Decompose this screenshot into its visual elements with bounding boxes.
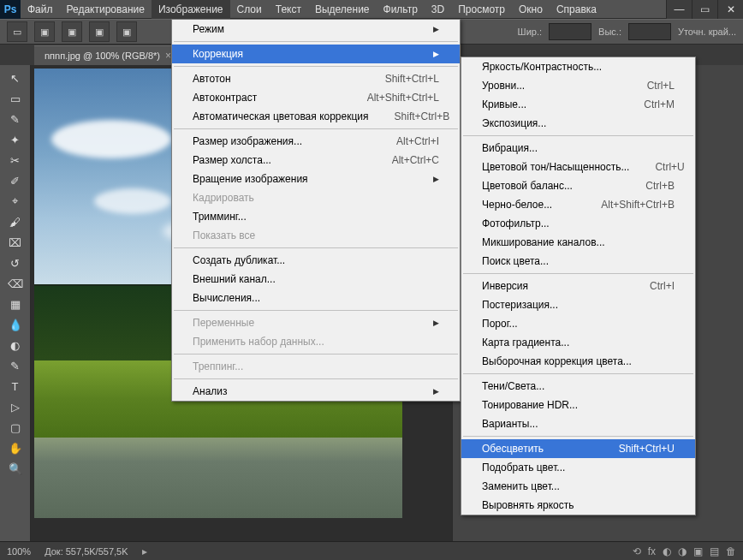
link-icon[interactable]: ⟲ [633, 545, 641, 557]
menu-3d[interactable]: 3D [425, 0, 451, 19]
menu-item[interactable]: Вибрация... [461, 139, 695, 158]
menu-item[interactable]: Вращение изображения [172, 170, 460, 188]
menu-item[interactable]: Экспозиция... [461, 114, 695, 133]
menu-слои[interactable]: Слои [230, 0, 269, 19]
blur-tool-icon[interactable]: 💧 [4, 315, 27, 334]
refine-edge-button[interactable]: Уточн. край... [678, 27, 736, 37]
menu-item[interactable]: Тримминг... [172, 207, 460, 226]
marquee-tool-icon[interactable]: ▭ [7, 21, 27, 42]
menu-item-label: Черно-белое... [482, 199, 552, 211]
selection-mode-icon[interactable]: ▣ [34, 21, 55, 42]
height-input[interactable] [628, 23, 671, 40]
stamp-tool-icon[interactable]: ⌧ [4, 233, 27, 252]
pen-tool-icon[interactable]: ✎ [4, 356, 27, 375]
fx-icon[interactable]: fx [648, 545, 656, 557]
zoom-tool-icon[interactable]: 🔍 [4, 459, 27, 478]
shape-tool-icon[interactable]: ▢ [4, 418, 27, 437]
menu-item-label: Тонирование HDR... [482, 399, 578, 411]
minimize-button[interactable]: — [666, 0, 692, 19]
menu-item[interactable]: Анализ [172, 382, 460, 401]
brush-tool-icon[interactable]: 🖌 [4, 212, 27, 231]
dodge-tool-icon[interactable]: ◐ [4, 336, 27, 354]
menu-item[interactable]: Создать дубликат... [172, 251, 460, 270]
menu-item[interactable]: АвтоконтрастAlt+Shift+Ctrl+L [172, 88, 460, 107]
status-arrow-icon[interactable]: ▸ [142, 545, 147, 557]
selection-mode-add-icon[interactable]: ▣ [62, 21, 82, 42]
lasso-tool-icon[interactable]: ✎ [4, 110, 27, 128]
mask-icon[interactable]: ◐ [663, 545, 671, 557]
new-layer-icon[interactable]: ▤ [710, 545, 719, 557]
menu-item[interactable]: Варианты... [461, 414, 695, 433]
menu-item-label: Размер изображения... [193, 135, 302, 147]
menu-item[interactable]: Выровнять яркость [461, 496, 695, 515]
history-brush-icon[interactable]: ↺ [4, 253, 27, 272]
crop-tool-icon[interactable]: ✂ [4, 151, 27, 170]
document-tab[interactable]: nпnп.jpg @ 100% (RGB/8*) × [34, 45, 181, 65]
menu-separator [174, 41, 458, 42]
menu-item[interactable]: Цветовой баланс...Ctrl+B [461, 176, 695, 195]
trash-icon[interactable]: 🗑 [726, 545, 736, 557]
menu-separator [174, 66, 458, 67]
menu-изображение[interactable]: Изображение [152, 0, 230, 19]
type-tool-icon[interactable]: T [4, 377, 27, 396]
wand-tool-icon[interactable]: ✦ [4, 130, 27, 149]
menu-item[interactable]: Яркость/Контрастность... [461, 57, 695, 76]
menu-item[interactable]: АвтотонShift+Ctrl+L [172, 69, 460, 88]
menu-выделение[interactable]: Выделение [308, 0, 377, 19]
menu-текст[interactable]: Текст [269, 0, 308, 19]
menu-item[interactable]: Карта градиента... [461, 333, 695, 352]
folder-icon[interactable]: ▣ [693, 545, 703, 557]
menu-item[interactable]: Поиск цвета... [461, 252, 695, 271]
path-tool-icon[interactable]: ▷ [4, 397, 27, 416]
menu-item[interactable]: Внешний канал... [172, 270, 460, 289]
close-button[interactable]: ✕ [717, 0, 743, 19]
menu-item[interactable]: Коррекция [172, 45, 460, 63]
menubar: ФайлРедактированиеИзображениеСлоиТекстВы… [21, 0, 666, 19]
menu-item[interactable]: Постеризация... [461, 295, 695, 314]
width-input[interactable] [549, 23, 591, 40]
menu-item-label: Карта градиента... [482, 337, 569, 349]
menu-separator [174, 128, 458, 129]
menu-item-label: Кривые... [482, 98, 526, 110]
menu-item[interactable]: Микширование каналов... [461, 233, 695, 252]
menu-item[interactable]: Режим [172, 20, 460, 39]
menu-item[interactable]: Уровни...Ctrl+L [461, 76, 695, 95]
menu-item[interactable]: Кривые...Ctrl+M [461, 95, 695, 114]
maximize-button[interactable]: ▭ [692, 0, 717, 19]
marquee-tool-icon[interactable]: ▭ [4, 89, 27, 108]
menu-item[interactable]: Заменить цвет... [461, 477, 695, 496]
move-tool-icon[interactable]: ↖ [4, 69, 27, 87]
menu-item[interactable]: Тонирование HDR... [461, 396, 695, 414]
menu-окно[interactable]: Окно [512, 0, 550, 19]
menu-справка[interactable]: Справка [550, 0, 603, 19]
menu-item[interactable]: Фотофильтр... [461, 214, 695, 233]
menu-item[interactable]: Тени/Света... [461, 377, 695, 396]
menu-просмотр[interactable]: Просмотр [451, 0, 512, 19]
menu-item-shortcut: Shift+Ctrl+L [385, 73, 439, 85]
hand-tool-icon[interactable]: ✋ [4, 438, 27, 457]
menu-item[interactable]: ИнверсияCtrl+I [461, 277, 695, 295]
menu-item[interactable]: Порог... [461, 314, 695, 333]
menu-item[interactable]: Размер холста...Alt+Ctrl+C [172, 151, 460, 170]
menu-item[interactable]: Цветовой тон/Насыщенность...Ctrl+U [461, 158, 695, 176]
eraser-tool-icon[interactable]: ⌫ [4, 274, 27, 293]
selection-mode-sub-icon[interactable]: ▣ [89, 21, 110, 42]
close-tab-icon[interactable]: × [165, 50, 171, 62]
menu-item[interactable]: Подобрать цвет... [461, 458, 695, 477]
gradient-tool-icon[interactable]: ▦ [4, 295, 27, 313]
menu-item[interactable]: Автоматическая цветовая коррекцияShift+C… [172, 107, 460, 126]
menu-item: Переменные [172, 313, 460, 332]
menu-файл[interactable]: Файл [21, 0, 60, 19]
selection-mode-int-icon[interactable]: ▣ [116, 21, 137, 42]
menu-item[interactable]: ОбесцветитьShift+Ctrl+U [461, 439, 695, 458]
fill-icon[interactable]: ◑ [678, 545, 687, 557]
menu-item[interactable]: Выборочная коррекция цвета... [461, 352, 695, 371]
healing-tool-icon[interactable]: ⌖ [4, 192, 27, 211]
menu-редактирование[interactable]: Редактирование [60, 0, 152, 19]
menu-item[interactable]: Вычисления... [172, 289, 460, 307]
zoom-level[interactable]: 100% [7, 546, 31, 557]
menu-item[interactable]: Размер изображения...Alt+Ctrl+I [172, 132, 460, 151]
menu-item[interactable]: Черно-белое...Alt+Shift+Ctrl+B [461, 195, 695, 214]
eyedropper-tool-icon[interactable]: ✐ [4, 171, 27, 190]
menu-фильтр[interactable]: Фильтр [377, 0, 425, 19]
